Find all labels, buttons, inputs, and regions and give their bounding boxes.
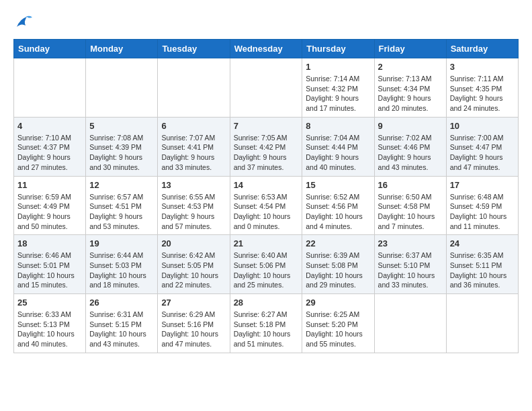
calendar-cell bbox=[374, 294, 446, 353]
day-number: 24 bbox=[450, 238, 515, 248]
day-info: Sunrise: 6:42 AM Sunset: 5:05 PM Dayligh… bbox=[161, 250, 226, 290]
day-info: Sunrise: 7:05 AM Sunset: 4:42 PM Dayligh… bbox=[234, 133, 299, 173]
day-number: 7 bbox=[234, 121, 299, 131]
logo bbox=[13, 13, 36, 32]
calendar-cell: 10Sunrise: 7:00 AM Sunset: 4:47 PM Dayli… bbox=[446, 117, 518, 176]
calendar-cell bbox=[158, 58, 230, 118]
calendar-cell: 22Sunrise: 6:39 AM Sunset: 5:08 PM Dayli… bbox=[302, 235, 374, 294]
calendar-cell: 26Sunrise: 6:31 AM Sunset: 5:15 PM Dayli… bbox=[86, 294, 158, 353]
calendar-cell: 17Sunrise: 6:48 AM Sunset: 4:59 PM Dayli… bbox=[446, 176, 518, 235]
day-number: 21 bbox=[234, 238, 299, 248]
day-info: Sunrise: 6:57 AM Sunset: 4:51 PM Dayligh… bbox=[89, 192, 154, 232]
day-info: Sunrise: 6:53 AM Sunset: 4:54 PM Dayligh… bbox=[234, 192, 299, 232]
day-header-monday: Monday bbox=[86, 40, 158, 58]
calendar-week-row: 25Sunrise: 6:33 AM Sunset: 5:13 PM Dayli… bbox=[14, 294, 519, 353]
calendar-week-row: 18Sunrise: 6:46 AM Sunset: 5:01 PM Dayli… bbox=[14, 235, 519, 294]
day-number: 4 bbox=[17, 121, 82, 131]
day-info: Sunrise: 7:02 AM Sunset: 4:46 PM Dayligh… bbox=[378, 133, 443, 173]
day-info: Sunrise: 7:04 AM Sunset: 4:44 PM Dayligh… bbox=[306, 133, 370, 173]
day-header-friday: Friday bbox=[374, 40, 446, 58]
day-info: Sunrise: 6:29 AM Sunset: 5:16 PM Dayligh… bbox=[161, 310, 226, 349]
calendar-cell: 11Sunrise: 6:59 AM Sunset: 4:49 PM Dayli… bbox=[14, 176, 86, 235]
calendar-cell: 19Sunrise: 6:44 AM Sunset: 5:03 PM Dayli… bbox=[86, 235, 158, 294]
calendar-cell: 4Sunrise: 7:10 AM Sunset: 4:37 PM Daylig… bbox=[14, 117, 86, 176]
day-info: Sunrise: 7:11 AM Sunset: 4:35 PM Dayligh… bbox=[450, 74, 515, 113]
calendar-cell bbox=[446, 294, 518, 353]
calendar-week-row: 11Sunrise: 6:59 AM Sunset: 4:49 PM Dayli… bbox=[14, 176, 519, 235]
day-number: 1 bbox=[306, 62, 370, 72]
calendar-cell: 14Sunrise: 6:53 AM Sunset: 4:54 PM Dayli… bbox=[230, 176, 302, 235]
day-info: Sunrise: 7:07 AM Sunset: 4:41 PM Dayligh… bbox=[161, 133, 226, 173]
calendar-cell: 8Sunrise: 7:04 AM Sunset: 4:44 PM Daylig… bbox=[302, 117, 374, 176]
calendar-cell: 25Sunrise: 6:33 AM Sunset: 5:13 PM Dayli… bbox=[14, 294, 86, 353]
calendar-cell: 27Sunrise: 6:29 AM Sunset: 5:16 PM Dayli… bbox=[158, 294, 230, 353]
day-number: 3 bbox=[450, 62, 515, 72]
day-info: Sunrise: 6:52 AM Sunset: 4:56 PM Dayligh… bbox=[306, 192, 370, 232]
day-number: 8 bbox=[306, 121, 370, 131]
day-info: Sunrise: 6:39 AM Sunset: 5:08 PM Dayligh… bbox=[306, 250, 370, 290]
day-info: Sunrise: 7:14 AM Sunset: 4:32 PM Dayligh… bbox=[306, 74, 370, 113]
day-number: 14 bbox=[234, 180, 299, 190]
page-header bbox=[13, 13, 519, 32]
calendar-cell: 28Sunrise: 6:27 AM Sunset: 5:18 PM Dayli… bbox=[230, 294, 302, 353]
calendar-cell bbox=[86, 58, 158, 118]
day-info: Sunrise: 6:50 AM Sunset: 4:58 PM Dayligh… bbox=[378, 192, 443, 232]
day-number: 5 bbox=[89, 121, 154, 131]
calendar-header-row: SundayMondayTuesdayWednesdayThursdayFrid… bbox=[14, 40, 519, 58]
day-number: 2 bbox=[378, 62, 443, 72]
day-info: Sunrise: 6:48 AM Sunset: 4:59 PM Dayligh… bbox=[450, 192, 515, 232]
day-number: 10 bbox=[450, 121, 515, 131]
day-number: 26 bbox=[89, 298, 154, 308]
calendar-cell: 1Sunrise: 7:14 AM Sunset: 4:32 PM Daylig… bbox=[302, 58, 374, 118]
calendar-cell: 3Sunrise: 7:11 AM Sunset: 4:35 PM Daylig… bbox=[446, 58, 518, 118]
day-header-thursday: Thursday bbox=[302, 40, 374, 58]
day-info: Sunrise: 6:31 AM Sunset: 5:15 PM Dayligh… bbox=[89, 310, 154, 349]
day-info: Sunrise: 6:59 AM Sunset: 4:49 PM Dayligh… bbox=[17, 192, 82, 232]
day-info: Sunrise: 7:08 AM Sunset: 4:39 PM Dayligh… bbox=[89, 133, 154, 173]
calendar-cell: 24Sunrise: 6:35 AM Sunset: 5:11 PM Dayli… bbox=[446, 235, 518, 294]
day-info: Sunrise: 6:25 AM Sunset: 5:20 PM Dayligh… bbox=[306, 310, 370, 349]
day-number: 22 bbox=[306, 238, 370, 248]
day-number: 13 bbox=[161, 180, 226, 190]
day-info: Sunrise: 6:33 AM Sunset: 5:13 PM Dayligh… bbox=[17, 310, 82, 349]
day-number: 25 bbox=[17, 298, 82, 308]
calendar-cell: 20Sunrise: 6:42 AM Sunset: 5:05 PM Dayli… bbox=[158, 235, 230, 294]
day-number: 16 bbox=[378, 180, 443, 190]
calendar-cell: 16Sunrise: 6:50 AM Sunset: 4:58 PM Dayli… bbox=[374, 176, 446, 235]
day-number: 19 bbox=[89, 238, 154, 248]
calendar-table: SundayMondayTuesdayWednesdayThursdayFrid… bbox=[13, 39, 519, 353]
day-header-sunday: Sunday bbox=[14, 40, 86, 58]
calendar-cell: 23Sunrise: 6:37 AM Sunset: 5:10 PM Dayli… bbox=[374, 235, 446, 294]
calendar-cell: 18Sunrise: 6:46 AM Sunset: 5:01 PM Dayli… bbox=[14, 235, 86, 294]
day-number: 12 bbox=[89, 180, 154, 190]
calendar-cell: 7Sunrise: 7:05 AM Sunset: 4:42 PM Daylig… bbox=[230, 117, 302, 176]
calendar-cell: 21Sunrise: 6:40 AM Sunset: 5:06 PM Dayli… bbox=[230, 235, 302, 294]
day-number: 15 bbox=[306, 180, 370, 190]
day-info: Sunrise: 6:37 AM Sunset: 5:10 PM Dayligh… bbox=[378, 250, 443, 290]
day-info: Sunrise: 6:27 AM Sunset: 5:18 PM Dayligh… bbox=[234, 310, 299, 349]
day-number: 18 bbox=[17, 238, 82, 248]
day-header-tuesday: Tuesday bbox=[158, 40, 230, 58]
day-number: 27 bbox=[161, 298, 226, 308]
calendar-cell: 9Sunrise: 7:02 AM Sunset: 4:46 PM Daylig… bbox=[374, 117, 446, 176]
day-header-saturday: Saturday bbox=[446, 40, 518, 58]
day-number: 20 bbox=[161, 238, 226, 248]
calendar-week-row: 4Sunrise: 7:10 AM Sunset: 4:37 PM Daylig… bbox=[14, 117, 519, 176]
day-header-wednesday: Wednesday bbox=[230, 40, 302, 58]
calendar-cell: 12Sunrise: 6:57 AM Sunset: 4:51 PM Dayli… bbox=[86, 176, 158, 235]
day-info: Sunrise: 6:40 AM Sunset: 5:06 PM Dayligh… bbox=[234, 250, 299, 290]
calendar-cell bbox=[14, 58, 86, 118]
calendar-cell: 29Sunrise: 6:25 AM Sunset: 5:20 PM Dayli… bbox=[302, 294, 374, 353]
day-number: 6 bbox=[161, 121, 226, 131]
day-info: Sunrise: 6:46 AM Sunset: 5:01 PM Dayligh… bbox=[17, 250, 82, 290]
day-number: 23 bbox=[378, 238, 443, 248]
calendar-cell: 2Sunrise: 7:13 AM Sunset: 4:34 PM Daylig… bbox=[374, 58, 446, 118]
day-info: Sunrise: 7:00 AM Sunset: 4:47 PM Dayligh… bbox=[450, 133, 515, 173]
day-info: Sunrise: 7:13 AM Sunset: 4:34 PM Dayligh… bbox=[378, 74, 443, 113]
day-number: 29 bbox=[306, 298, 370, 308]
day-number: 28 bbox=[234, 298, 299, 308]
calendar-cell: 6Sunrise: 7:07 AM Sunset: 4:41 PM Daylig… bbox=[158, 117, 230, 176]
day-info: Sunrise: 6:44 AM Sunset: 5:03 PM Dayligh… bbox=[89, 250, 154, 290]
calendar-week-row: 1Sunrise: 7:14 AM Sunset: 4:32 PM Daylig… bbox=[14, 58, 519, 118]
day-info: Sunrise: 7:10 AM Sunset: 4:37 PM Dayligh… bbox=[17, 133, 82, 173]
